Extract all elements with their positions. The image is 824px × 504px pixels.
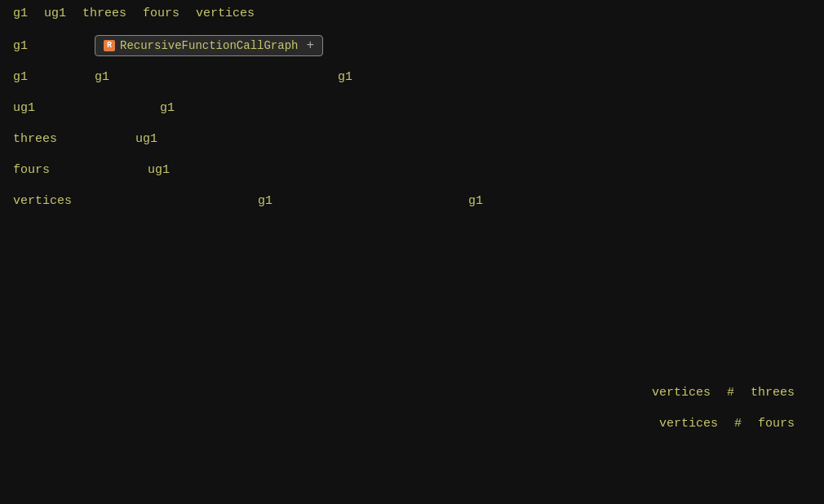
bottom-row-1: vertices # threes — [13, 377, 811, 408]
topbar-item-fours[interactable]: fours — [143, 7, 179, 20]
label-ug1: ug1 — [13, 101, 95, 115]
value-vertices-right: g1 — [468, 194, 483, 208]
bottom-fours-label: fours — [758, 417, 795, 431]
label-g1-badge: g1 — [13, 39, 95, 53]
topbar-item-g1[interactable]: g1 — [13, 7, 28, 20]
bottom-row-2-inner: vertices # fours — [659, 417, 795, 431]
value-g1-right: g1 — [338, 70, 352, 84]
top-bar: g1 ug1 threes fours vertices — [0, 0, 824, 27]
topbar-item-vertices[interactable]: vertices — [196, 7, 255, 20]
bottom-row-2: vertices # fours — [13, 408, 811, 439]
badge-label: RecursiveFunctionCallGraph — [120, 39, 298, 52]
value-threes: ug1 — [135, 132, 157, 146]
label-vertices: vertices — [13, 194, 95, 208]
value-ug1: g1 — [160, 101, 175, 115]
label-threes: threes — [13, 132, 95, 146]
value-fours: ug1 — [148, 163, 170, 177]
row-fours: fours ug1 — [13, 154, 811, 185]
value-g1-left: g1 — [95, 70, 109, 84]
row-g1-badge: g1 R RecursiveFunctionCallGraph + — [13, 30, 811, 61]
bottom-vertices-label-2: vertices — [659, 417, 718, 431]
recursive-function-badge[interactable]: R RecursiveFunctionCallGraph + — [95, 35, 323, 56]
label-g1-values: g1 — [13, 70, 95, 84]
topbar-item-threes[interactable]: threes — [82, 7, 126, 20]
hash-symbol-2: # — [734, 417, 742, 431]
row-g1-values: g1 g1 g1 — [13, 61, 811, 92]
row-ug1: ug1 g1 — [13, 92, 811, 123]
hash-symbol-1: # — [727, 386, 734, 400]
badge-plus-icon[interactable]: + — [306, 38, 314, 53]
row-threes: threes ug1 — [13, 123, 811, 154]
topbar-item-ug1[interactable]: ug1 — [44, 7, 66, 20]
label-fours: fours — [13, 163, 95, 177]
content-area: g1 R RecursiveFunctionCallGraph + g1 g1 … — [0, 27, 824, 219]
bottom-section: vertices # threes vertices # fours — [0, 377, 824, 439]
bottom-vertices-label-1: vertices — [652, 386, 711, 400]
badge-icon: R — [104, 40, 115, 51]
row-vertices: vertices g1 g1 — [13, 185, 811, 216]
bottom-row-1-inner: vertices # threes — [652, 386, 795, 400]
bottom-threes-label: threes — [751, 386, 795, 400]
value-vertices-left: g1 — [258, 194, 272, 208]
